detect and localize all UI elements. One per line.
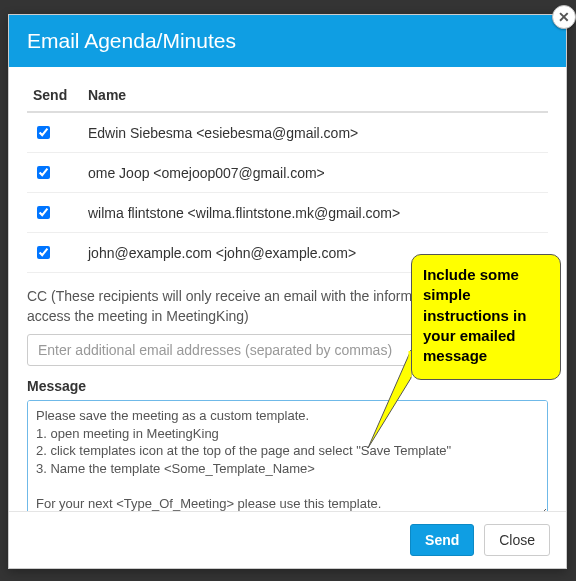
callout-text: Include some simple instructions in your… (411, 254, 561, 380)
message-textarea[interactable] (27, 400, 548, 518)
close-icon[interactable]: ✕ (552, 5, 576, 29)
close-x-glyph: ✕ (558, 9, 570, 25)
message-label: Message (27, 378, 548, 394)
send-checkbox[interactable] (37, 166, 50, 179)
recipient-name: Edwin Siebesma <esiebesma@gmail.com> (82, 112, 548, 153)
table-row: wilma flintstone <wilma.flintstone.mk@gm… (27, 193, 548, 233)
modal-title: Email Agenda/Minutes (9, 15, 566, 67)
recipient-name: wilma flintstone <wilma.flintstone.mk@gm… (82, 193, 548, 233)
modal-footer: Send Close (9, 511, 566, 568)
send-checkbox[interactable] (37, 246, 50, 259)
svg-marker-0 (368, 350, 411, 448)
send-checkbox[interactable] (37, 206, 50, 219)
send-checkbox[interactable] (37, 126, 50, 139)
send-button[interactable]: Send (410, 524, 474, 556)
col-header-name: Name (82, 79, 548, 112)
table-row: Edwin Siebesma <esiebesma@gmail.com> (27, 112, 548, 153)
annotation-callout: Include some simple instructions in your… (411, 254, 561, 380)
recipients-table: Send Name Edwin Siebesma <esiebesma@gmai… (27, 79, 548, 273)
col-header-send: Send (27, 79, 82, 112)
table-row: ome Joop <omejoop007@gmail.com> (27, 153, 548, 193)
recipient-name: ome Joop <omejoop007@gmail.com> (82, 153, 548, 193)
close-button[interactable]: Close (484, 524, 550, 556)
